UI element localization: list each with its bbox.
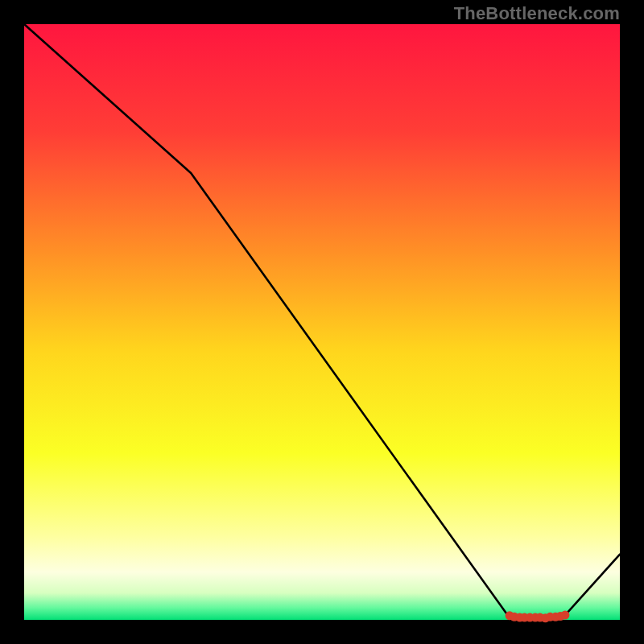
scatter-points [506, 611, 570, 623]
bottleneck-curve [24, 24, 620, 618]
watermark-text: TheBottleneck.com [454, 3, 620, 24]
line-layer [24, 24, 620, 620]
chart-container: TheBottleneck.com [0, 0, 644, 644]
scatter-point [560, 611, 569, 620]
plot-area [24, 24, 620, 620]
